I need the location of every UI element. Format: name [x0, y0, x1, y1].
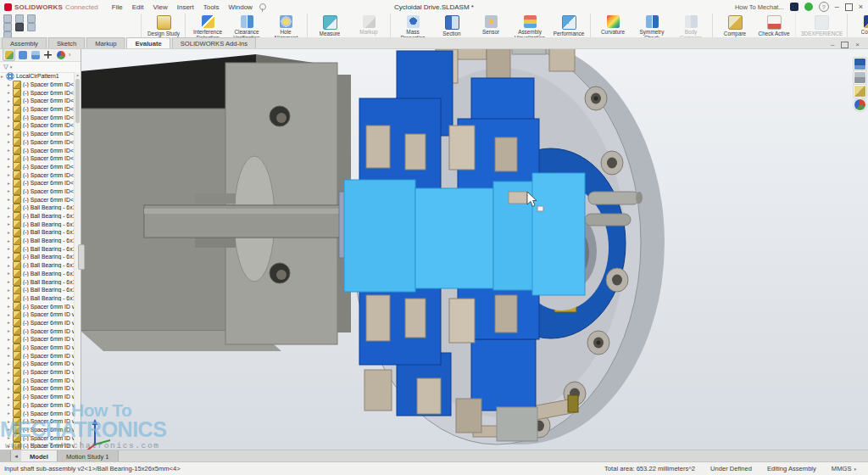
- ribbon-button[interactable]: Assembly Visualization: [510, 14, 549, 37]
- roller-near-cursor[interactable]: [509, 192, 527, 204]
- account-name[interactable]: How To Mechat...: [735, 3, 784, 11]
- tree-item[interactable]: (-) Ball Bearing - 6x13x5mm: [5, 204, 75, 212]
- menu-item[interactable]: Window: [228, 3, 252, 11]
- tab-splitter-handle[interactable]: [0, 450, 11, 462]
- menu-item[interactable]: File: [112, 3, 123, 11]
- tree-item[interactable]: (-) Ball Bearing - 6x13x5mm: [5, 228, 75, 237]
- tab-motion-study[interactable]: Motion Study 1: [58, 450, 119, 462]
- options-gear-icon[interactable]: [3, 31, 12, 37]
- close-button[interactable]: ×: [859, 3, 863, 11]
- scrollbar-thumb[interactable]: [75, 79, 80, 123]
- tree-item[interactable]: (-) Spacer 6mm ID v3<3> (: [5, 310, 75, 319]
- custom-properties-icon[interactable]: [854, 98, 866, 111]
- tree-item[interactable]: (-) Spacer 6mm ID v3<2> (: [5, 302, 75, 310]
- undo-icon[interactable]: [27, 14, 36, 23]
- ribbon-button[interactable]: Section Properties: [432, 14, 471, 37]
- tree-item[interactable]: (-) Spacer 6mm ID<16> (D: [5, 195, 75, 204]
- tree-item[interactable]: (-) Spacer 6mm ID v3<10>: [5, 368, 75, 377]
- ribbon-button[interactable]: Clearance Verification: [227, 14, 266, 37]
- tree-item[interactable]: (-) Ball Bearing - 6x13x5mm: [5, 220, 75, 228]
- panel-splitter-handle[interactable]: [78, 244, 85, 270]
- property-manager-tab[interactable]: [17, 49, 28, 60]
- configuration-manager-tab[interactable]: [30, 49, 41, 60]
- menu-item[interactable]: Edit: [132, 3, 144, 11]
- tree-item[interactable]: (-) Spacer 6mm ID v3<6> (: [5, 335, 75, 344]
- tree-item[interactable]: (-) Spacer 6mm ID v3<13>: [5, 393, 75, 401]
- appearances-scenes-icon[interactable]: [854, 85, 866, 98]
- tree-item[interactable]: (-) Spacer 6mm ID v3<4> (: [5, 319, 75, 327]
- tree-item[interactable]: (-) Spacer 6mm ID<2> (Def: [5, 81, 75, 89]
- panel-tabs-overflow-icon[interactable]: ›: [69, 52, 70, 58]
- ribbon-button[interactable]: Sensor: [471, 14, 510, 37]
- tree-item[interactable]: (-) Spacer 6mm ID v3<15>: [5, 409, 75, 417]
- tree-item[interactable]: (-) Spacer 6mm ID<13> (D: [5, 170, 75, 179]
- ribbon-button[interactable]: Markup: [349, 14, 388, 37]
- ribbon-button[interactable]: Performance Evaluation: [549, 14, 588, 37]
- tree-item[interactable]: (-) Ball Bearing - 6x13x5mm: [5, 286, 75, 294]
- minimize-button[interactable]: –: [835, 3, 839, 11]
- home-icon[interactable]: [3, 14, 12, 23]
- menu-item[interactable]: Tools: [203, 3, 220, 11]
- tree-item[interactable]: (-) Spacer 6mm ID v3<7> (: [5, 344, 75, 352]
- pin-menu-icon[interactable]: [259, 3, 266, 10]
- doc-restore-icon[interactable]: [841, 42, 849, 48]
- tree-item[interactable]: (-) Spacer 6mm ID<5> (Def: [5, 105, 75, 114]
- doc-minimize-icon[interactable]: –: [831, 42, 834, 48]
- graphics-viewport[interactable]: [81, 48, 868, 450]
- tree-item[interactable]: (-) Ball Bearing - 6x13x5mm: [5, 277, 75, 286]
- menu-item[interactable]: Insert: [177, 3, 194, 11]
- ribbon-button[interactable]: Measure: [307, 14, 349, 37]
- ribbon-button[interactable]: Mass Properties: [390, 14, 432, 37]
- ribbon-button[interactable]: Compare Documents: [712, 14, 754, 37]
- new-document-icon[interactable]: [3, 23, 12, 31]
- ribbon-button[interactable]: Check Active Document: [754, 14, 793, 37]
- menu-item[interactable]: View: [153, 3, 168, 11]
- tree-item[interactable]: (-) Ball Bearing - 6x13x5mm: [5, 212, 75, 221]
- tree-item[interactable]: (-) Spacer 6mm ID v3<5> (: [5, 327, 75, 335]
- filter-funnel-icon[interactable]: [3, 64, 8, 70]
- filter-caret-icon[interactable]: [10, 64, 13, 70]
- help-icon[interactable]: ?: [819, 2, 829, 12]
- tree-item[interactable]: (-) Spacer 6mm ID v2<2> (: [5, 426, 75, 434]
- tree-item[interactable]: (-) Spacer 6mm ID v3<8> (: [5, 351, 75, 360]
- 3dexperience-icon[interactable]: [790, 3, 798, 11]
- tree-item[interactable]: (-) Spacer 6mm ID<3> (Def: [5, 88, 75, 97]
- cycloidal-drive-model[interactable]: [81, 48, 868, 450]
- tree-item[interactable]: (-) Ball Bearing - 6x13x5mm: [5, 244, 75, 253]
- tree-item[interactable]: (-) Ball Bearing - 6x13x5mm: [5, 261, 75, 270]
- command-tab[interactable]: Markup: [86, 37, 125, 48]
- save-icon[interactable]: [15, 14, 24, 23]
- ribbon-button[interactable]: Costing: [847, 14, 868, 37]
- ribbon-button[interactable]: Body Compare: [671, 14, 710, 37]
- tree-item[interactable]: (-) Spacer 6mm ID v3<16>: [5, 417, 75, 426]
- design-library-icon[interactable]: [854, 71, 866, 84]
- tree-item[interactable]: (-) Spacer 6mm ID<14> (D: [5, 179, 75, 187]
- resources-icon[interactable]: [854, 58, 866, 70]
- ribbon-button[interactable]: Curvature: [590, 14, 632, 37]
- tree-item[interactable]: (-) Spacer 6mm ID v3<14>: [5, 401, 75, 410]
- tree-item[interactable]: (-) Spacer 6mm ID v2<3> (: [5, 433, 75, 442]
- tree-item[interactable]: (-) Spacer 6mm ID<15> (D: [5, 187, 75, 196]
- tree-item[interactable]: (-) Spacer 6mm ID<4> (Def: [5, 97, 75, 105]
- tree-item[interactable]: (-) Spacer 6mm ID<11> (D: [5, 154, 75, 163]
- tab-model[interactable]: Model: [21, 450, 58, 462]
- tree-item[interactable]: (-) Spacer 6mm ID<9> (Def: [5, 138, 75, 147]
- doc-close-icon[interactable]: ×: [855, 42, 860, 48]
- tree-item-pattern[interactable]: LocalCirPattern1: [0, 72, 75, 81]
- command-tab[interactable]: SOLIDWORKS Add-Ins: [172, 37, 256, 48]
- ribbon-button[interactable]: Interference Detection: [185, 14, 227, 37]
- tree-item[interactable]: (-) Spacer 6mm ID<12> (D: [5, 163, 75, 171]
- status-units[interactable]: MMGS: [832, 465, 856, 472]
- scroll-up-icon[interactable]: [75, 72, 81, 78]
- ribbon-button[interactable]: Symmetry Check: [632, 14, 671, 37]
- restore-button[interactable]: [845, 3, 853, 11]
- tree-item[interactable]: (-) Spacer 6mm ID<6> (Def: [5, 113, 75, 121]
- dimxpert-manager-tab[interactable]: [42, 49, 53, 60]
- tree-item[interactable]: (-) Spacer 6mm ID<10> (D: [5, 146, 75, 154]
- ribbon-button[interactable]: Design Study: [141, 14, 183, 37]
- tree-item[interactable]: (-) Spacer 6mm ID<8> (Def: [5, 130, 75, 138]
- command-tab[interactable]: Evaluate: [126, 37, 170, 48]
- tree-item[interactable]: (-) Ball Bearing - 6x13x5mm: [5, 294, 75, 303]
- tree-item[interactable]: (-) Spacer 6mm ID v3<12>: [5, 384, 75, 393]
- display-manager-tab[interactable]: [55, 49, 66, 60]
